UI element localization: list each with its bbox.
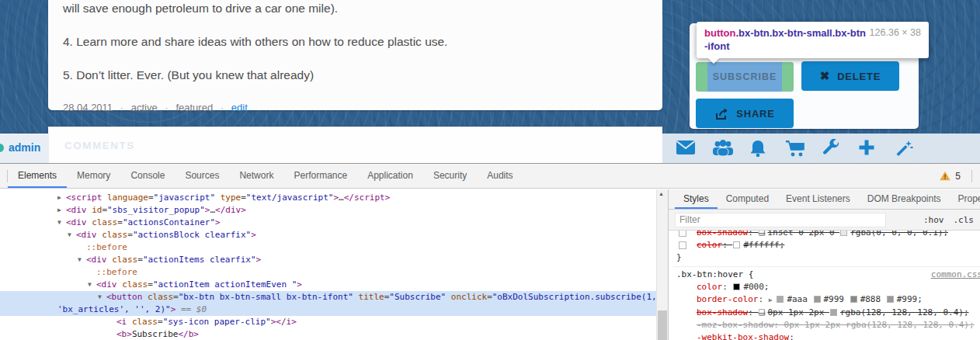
- code-token: class: [102, 230, 127, 240]
- styles-tab-computed[interactable]: Computed: [718, 189, 777, 209]
- css-property-name: -webkit-box-shadow: [697, 332, 789, 340]
- stylesheet-link[interactable]: common.css: [931, 269, 980, 281]
- devtools-tab-application[interactable]: Application: [357, 164, 423, 188]
- dom-tree-node[interactable]: 'bx_articles', '', 2)"> == $0: [0, 304, 656, 316]
- color-swatch[interactable]: [733, 283, 740, 290]
- code-token: onclick: [446, 292, 487, 302]
- devtools-panel: ElementsMemoryConsoleSourcesNetworkPerfo…: [0, 163, 980, 340]
- author-link[interactable]: admin: [9, 141, 40, 154]
- dom-tree-node[interactable]: ▼<button class="bx-btn bx-btn-small bx-b…: [0, 291, 656, 304]
- css-selector-line[interactable]: .bx-btn:hover {common.css: [673, 269, 980, 281]
- code-token: "sbs_visitor_popup": [107, 205, 205, 215]
- wrench-icon[interactable]: [822, 139, 842, 158]
- styles-tab-event-listeners[interactable]: Event Listeners: [777, 189, 859, 209]
- devtools-tab-memory[interactable]: Memory: [67, 164, 120, 188]
- code-token: div: [225, 205, 241, 215]
- scroll-up-arrow-icon[interactable]: ▲: [659, 191, 664, 196]
- expanded-arrow-icon[interactable]: ▼: [98, 291, 106, 304]
- code-token: </: [344, 193, 354, 203]
- wand-icon[interactable]: [895, 139, 915, 158]
- css-token: rgba(0, 0, 0, 0.1);: [850, 231, 948, 238]
- color-swatch[interactable]: [830, 309, 837, 316]
- dom-tree-node[interactable]: ▶<div id="sbs_visitor_popup">…</div>: [0, 204, 656, 217]
- property-checkbox[interactable]: [679, 241, 686, 249]
- css-token: :: [722, 240, 732, 250]
- devtools-tab-elements[interactable]: Elements: [8, 164, 67, 188]
- css-property-line[interactable]: -moz-box-shadow: 0px 1px 2px rgba(128, 1…: [673, 319, 980, 331]
- article-featured-flag: featured: [175, 102, 213, 113]
- delete-button[interactable]: ✖ DELETE: [801, 61, 899, 91]
- subscribe-button[interactable]: SUBSCRIBE: [696, 62, 794, 92]
- expanded-arrow-icon[interactable]: ▼: [57, 217, 66, 229]
- cls-toggle[interactable]: .cls: [954, 215, 975, 225]
- css-property-line[interactable]: border-color: ▶ #aaa #999 #888 #999;: [673, 293, 980, 307]
- devtools-tab-network[interactable]: Network: [229, 164, 283, 188]
- css-property-line[interactable]: box-shadow: ❏inset 0 2px 0 rgba(0, 0, 0,…: [673, 231, 980, 239]
- dom-tree-node[interactable]: ▶<script language="javascript" type="tex…: [0, 192, 656, 204]
- code-token: <button: [106, 292, 148, 302]
- expanded-arrow-icon[interactable]: ▼: [78, 254, 86, 266]
- devtools-tab-audits[interactable]: Audits: [477, 164, 523, 188]
- dom-tree-node[interactable]: <i class="sys-icon paper-clip"></i>: [0, 316, 656, 328]
- cart-icon[interactable]: [785, 139, 805, 158]
- css-property-name: box-shadow: [697, 231, 748, 238]
- collapsed-arrow-icon[interactable]: ▶: [57, 204, 66, 217]
- devtools-tab-performance[interactable]: Performance: [283, 164, 357, 188]
- dom-tree-node[interactable]: ▼<div class="actionsBlock clearfix">: [0, 229, 656, 241]
- dom-tree-node[interactable]: ▼<div class="actionItems clearfix">: [0, 254, 656, 266]
- article-card: will save enough petroleum to drive a ca…: [48, 0, 662, 110]
- styles-tab-styles[interactable]: Styles: [675, 189, 718, 209]
- shadow-editor-icon[interactable]: ❏: [758, 308, 765, 317]
- css-property-line[interactable]: color: #ffffff;: [673, 239, 980, 252]
- plus-icon[interactable]: [858, 139, 878, 158]
- code-token: <div: [76, 230, 102, 240]
- color-swatch[interactable]: [887, 296, 894, 303]
- css-token: rgba(128, 128, 128, 0.4);: [840, 307, 969, 317]
- devtools-tab-sources[interactable]: Sources: [175, 164, 229, 188]
- bell-icon[interactable]: [749, 139, 769, 158]
- code-token: …: [339, 193, 344, 203]
- code-token: <div: [86, 255, 112, 265]
- shadow-editor-icon[interactable]: ❏: [758, 231, 765, 237]
- collapsed-arrow-icon[interactable]: ▶: [57, 192, 66, 204]
- elements-scrollbar[interactable]: ▲: [656, 189, 668, 340]
- code-token: >: [241, 205, 246, 215]
- dom-tree-node[interactable]: ::before: [0, 266, 656, 279]
- scrollbar-thumb[interactable]: [658, 311, 667, 340]
- expanded-arrow-icon[interactable]: ▼: [88, 279, 96, 291]
- comments-card: COMMENTS: [48, 127, 662, 163]
- css-property-line[interactable]: -webkit-box-shadow:: [673, 331, 980, 340]
- color-swatch[interactable]: [840, 231, 847, 236]
- share-button[interactable]: SHARE: [696, 99, 794, 128]
- edit-link[interactable]: edit: [231, 102, 248, 113]
- code-token: class: [92, 217, 117, 227]
- users-icon[interactable]: [712, 139, 732, 158]
- color-swatch[interactable]: [814, 296, 821, 303]
- dom-tree-node[interactable]: ▼<div class="actionsContainer">: [0, 217, 656, 229]
- css-property-line[interactable]: color: #000;: [673, 281, 980, 293]
- styles-filter-input[interactable]: [675, 213, 886, 227]
- warning-icon[interactable]: [940, 171, 950, 181]
- dom-tree-node[interactable]: <b>Subscribe</b>: [0, 328, 656, 340]
- avatar[interactable]: [0, 144, 4, 152]
- color-swatch[interactable]: [850, 296, 857, 303]
- styles-tab-dom-breakpoints[interactable]: DOM Breakpoints: [859, 189, 950, 209]
- hov-toggle[interactable]: :hov: [923, 215, 944, 225]
- warning-count[interactable]: 5: [955, 171, 961, 182]
- envelope-icon[interactable]: [676, 139, 696, 158]
- dom-tree-node[interactable]: ▼<div class="actionItem actionItemEven "…: [0, 279, 656, 291]
- code-token: "Subscribe": [389, 292, 446, 302]
- property-checkbox[interactable]: [679, 231, 686, 237]
- color-swatch[interactable]: [777, 296, 784, 303]
- rule-close-brace: }: [673, 252, 980, 264]
- code-token: >: [297, 279, 302, 290]
- css-property-line[interactable]: box-shadow: ❏0px 1px 2px rgba(128, 128, …: [673, 307, 980, 319]
- styles-tab-properties[interactable]: Properties: [949, 189, 980, 209]
- css-token: :: [748, 231, 758, 238]
- color-swatch[interactable]: [733, 241, 740, 248]
- code-token: "actionItem actionItemEven ": [153, 279, 297, 290]
- devtools-tab-security[interactable]: Security: [423, 164, 477, 188]
- dom-tree-node[interactable]: ::before: [0, 241, 656, 254]
- expanded-arrow-icon[interactable]: ▼: [68, 229, 76, 241]
- devtools-tab-console[interactable]: Console: [120, 164, 175, 188]
